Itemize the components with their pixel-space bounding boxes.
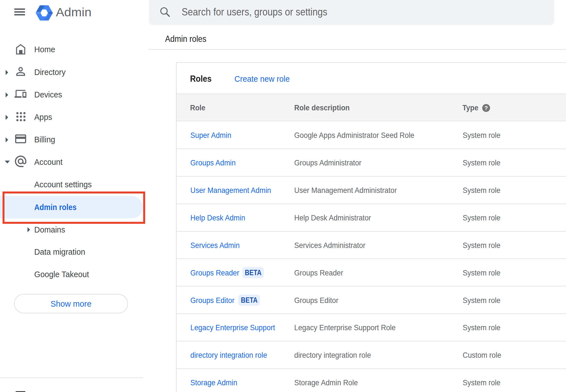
svg-text:?: ? [484, 105, 488, 111]
